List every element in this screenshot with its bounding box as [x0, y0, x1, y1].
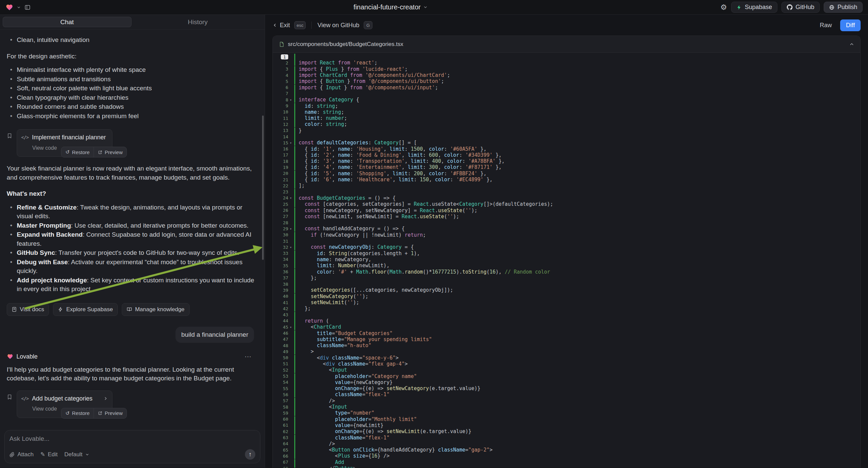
code-line: 32▾ const newCategoryObj: Category = { [273, 244, 860, 250]
code-line: 22▾]; [273, 183, 860, 189]
code-line: 51▾ <div className="flex gap-4"> [273, 361, 860, 367]
code-line: 10▾ name: string; [273, 109, 860, 115]
code-line: 63▾ className="flex-1" [273, 434, 860, 440]
restore-button[interactable]: ↺Restore [61, 147, 94, 157]
code-line: 6▾import { Input } from '@/components/ui… [273, 84, 860, 90]
project-chevron-down-icon [424, 5, 428, 9]
file-card: src/components/budget/BudgetCategories.t… [273, 36, 861, 468]
toggle-sidebar-icon[interactable] [24, 4, 31, 10]
code-line: 54▾ value={newCategory} [273, 379, 860, 385]
bullet-item: GitHub Sync: Transfer your project's cod… [7, 248, 255, 258]
code-line: 33▾ id: String(categories.length + 1), [273, 251, 860, 257]
tab-history[interactable]: History [133, 17, 262, 27]
code-editor[interactable]: 1▾ 2▾import React from 'react';3▾import … [273, 53, 860, 468]
code-line: 9▾ id: string; [273, 103, 860, 109]
manage-knowledge-button[interactable]: Manage knowledge [122, 303, 189, 316]
app-root: financial-future-creator ⚙ Supabase GitH… [0, 0, 868, 468]
code-line: 60▾ placeholder="Monthly limit" [273, 416, 860, 422]
fold-chevron-icon[interactable]: ▾ [288, 227, 293, 231]
tab-chat[interactable]: Chat [3, 17, 131, 27]
whats-next-heading: What's next? [7, 189, 255, 198]
code-line: 48▾ className="h-auto" [273, 343, 860, 349]
user-message: build a financial planner [176, 327, 254, 343]
supabase-button[interactable]: Supabase [731, 2, 777, 13]
visit-docs-button[interactable]: Visit docs [7, 303, 49, 316]
collapse-chevron-icon[interactable] [849, 41, 854, 47]
chat-scroll-area[interactable]: Clean, intuitive navigation For the desi… [0, 30, 265, 427]
github-button[interactable]: GitHub [781, 2, 820, 13]
code-line: 3▾import { Plus } from 'lucide-react'; [273, 66, 860, 72]
divider [311, 22, 312, 29]
code-panel-header: Exit esc View on GitHub G Raw Diff [265, 15, 868, 36]
bullet-item: Debug with Ease: Activate our experiment… [7, 258, 255, 275]
code-line: 49▾ > [273, 349, 860, 354]
code-line: 46▾ title="Budget Categories" [273, 330, 860, 336]
publish-button[interactable]: Publish [824, 2, 863, 13]
message-options-icon[interactable]: ⋯ [245, 352, 252, 361]
code-line: 59▾ type="number" [273, 410, 860, 416]
design-heading: For the design aesthetic: [7, 52, 255, 61]
view-on-github-button[interactable]: View on GitHub [317, 22, 359, 29]
restore-icon: ↺ [65, 149, 70, 155]
attach-button[interactable]: Attach [9, 451, 34, 458]
version-card-title: Add budget categories [32, 394, 100, 403]
fold-chevron-icon[interactable]: ▾ [288, 196, 293, 200]
bullet-item: Soft, neutral color palette with light b… [7, 84, 255, 93]
code-line: 37▾ }; [273, 275, 860, 281]
supabase-bolt-icon [737, 5, 742, 10]
restore-button[interactable]: ↺Restore [61, 408, 94, 418]
restore-icon: ↺ [65, 410, 70, 416]
code-lines: 1▾ 2▾import React from 'react';3▾import … [273, 54, 860, 468]
code-line: 31▾ [273, 238, 860, 244]
raw-button[interactable]: Raw [816, 20, 836, 31]
fold-chevron-icon[interactable]: ▾ [288, 141, 293, 145]
prompt-input[interactable] [9, 435, 255, 446]
settings-gear-icon[interactable]: ⚙ [720, 3, 727, 12]
bolt-icon [58, 307, 63, 312]
code-line: 41▾ setNewLimit(''); [273, 299, 860, 305]
mode-select[interactable]: Default [64, 451, 89, 458]
chat-tabs: Chat History [0, 15, 265, 30]
code-line: 14▾ [273, 134, 860, 140]
workspace-chevron-down-icon[interactable] [17, 5, 21, 9]
lovable-logo-heart-icon[interactable] [5, 4, 13, 11]
file-header[interactable]: src/components/budget/BudgetCategories.t… [273, 36, 860, 53]
bullet-item: Clean, intuitive navigation [7, 36, 255, 45]
assistant-name: Lovable [17, 352, 38, 361]
code-line: 15▾const defaultCategories: Category[] =… [273, 140, 860, 146]
bullet-item: Clean typography with clear hierarchies [7, 93, 255, 103]
project-menu[interactable]: financial-future-creator [354, 3, 428, 11]
bookmark-icon[interactable] [7, 394, 12, 400]
preview-button[interactable]: Preview [94, 408, 126, 418]
edit-button[interactable]: ✎ Edit [40, 451, 58, 458]
bullet-item: Subtle animations and transitions [7, 75, 255, 84]
pencil-icon: ✎ [40, 451, 45, 458]
fold-chevron-icon[interactable]: ▾ [288, 98, 293, 102]
next-items: Refine & Customize: Tweak the design, an… [7, 203, 255, 294]
code-line: 12▾ color: string; [273, 121, 860, 127]
code-panel: Exit esc View on GitHub G Raw Diff src/c… [265, 15, 868, 468]
code-line: 17▾ { id: '2', name: 'Food & Dining', li… [273, 152, 860, 158]
send-button[interactable]: ↑ [245, 449, 255, 460]
code-line: 44▾ return ( [273, 318, 860, 324]
bullet-item: Refine & Customize: Tweak the design, an… [7, 203, 255, 221]
code-line: 66▾ <Plus size={16} /> [273, 453, 860, 459]
fold-chevron-icon[interactable]: ▾ [288, 325, 293, 329]
explore-supabase-button[interactable]: Explore Supabase [53, 303, 118, 316]
assistant-paragraph: I'll help you add budget categories to t… [7, 365, 255, 383]
assistant-paragraph: I've added a new budget categories manag… [7, 427, 255, 427]
code-line: 23▾ [273, 189, 860, 195]
preview-button[interactable]: Preview [94, 147, 126, 157]
code-line: 34▾ name: newCategory, [273, 257, 860, 263]
diff-button[interactable]: Diff [840, 20, 861, 31]
code-line: 40▾ setNewCategory(''); [273, 293, 860, 299]
code-line: 2▾import React from 'react'; [273, 60, 860, 66]
code-line: 5▾import { Button } from '@/components/u… [273, 78, 860, 84]
fold-chevron-icon[interactable]: ▾ [288, 245, 293, 249]
code-line: 16▾ { id: '1', name: 'Housing', limit: 1… [273, 146, 860, 152]
supabase-label: Supabase [745, 4, 772, 11]
suggestion-buttons: Visit docs Explore Supabase Manage knowl… [7, 303, 255, 316]
chat-scrollbar[interactable] [262, 116, 264, 260]
exit-button[interactable]: Exit [273, 22, 290, 29]
bookmark-icon[interactable] [7, 133, 12, 139]
